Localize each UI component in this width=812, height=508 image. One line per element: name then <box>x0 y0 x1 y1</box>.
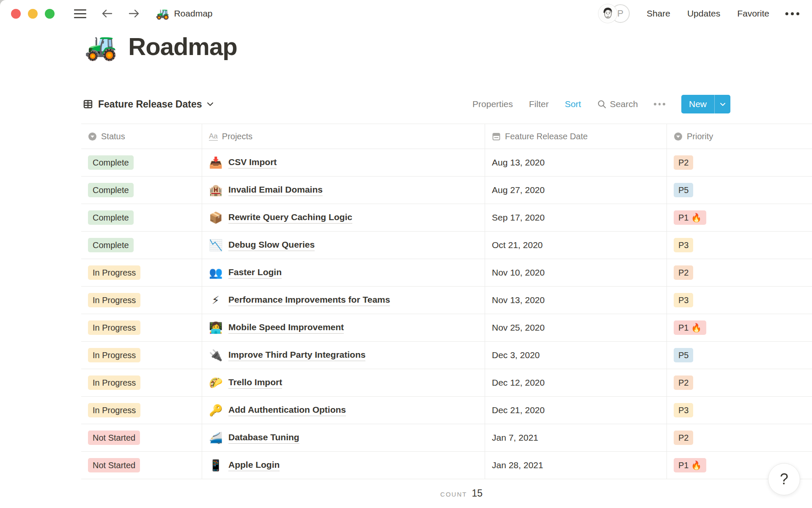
project-link[interactable]: Rewrite Query Caching Logic <box>228 212 352 224</box>
page-emoji[interactable]: 🚜 <box>85 33 117 60</box>
view-switcher[interactable]: Feature Release Dates <box>83 99 214 110</box>
date-cell[interactable]: Jan 7, 2021 <box>485 424 667 451</box>
status-badge[interactable]: Complete <box>88 238 134 252</box>
date-cell[interactable]: Nov 10, 2020 <box>485 259 667 286</box>
date-cell[interactable]: Dec 12, 2020 <box>485 369 667 396</box>
column-header-projects[interactable]: Aa Projects <box>202 124 485 149</box>
status-badge[interactable]: In Progress <box>88 320 140 335</box>
project-link[interactable]: Add Authentication Options <box>228 405 346 416</box>
date-cell[interactable]: Aug 27, 2020 <box>485 177 667 204</box>
date-cell[interactable]: Nov 25, 2020 <box>485 314 667 341</box>
status-cell[interactable]: In Progress <box>81 397 202 424</box>
date-cell[interactable]: Sep 17, 2020 <box>485 204 667 231</box>
priority-cell[interactable]: P3 <box>667 397 812 424</box>
count-calculation[interactable]: COUNT 15 <box>81 488 485 499</box>
status-cell[interactable]: Not Started <box>81 452 202 479</box>
priority-cell[interactable]: P5 <box>667 342 812 369</box>
minimize-window-button[interactable] <box>28 9 38 19</box>
filter-button[interactable]: Filter <box>529 99 549 109</box>
priority-cell[interactable]: P3 <box>667 287 812 314</box>
view-more-options-button[interactable] <box>654 103 665 105</box>
forward-button[interactable] <box>128 8 140 19</box>
properties-button[interactable]: Properties <box>472 99 513 109</box>
priority-badge[interactable]: P2 <box>674 155 693 170</box>
back-button[interactable] <box>101 8 113 19</box>
priority-cell[interactable]: P1 🔥 <box>667 204 812 231</box>
project-link[interactable]: Database Tuning <box>228 432 299 444</box>
search-button[interactable]: Search <box>597 99 638 109</box>
status-badge[interactable]: In Progress <box>88 348 140 362</box>
priority-cell[interactable]: P2 <box>667 149 812 176</box>
status-cell[interactable]: Complete <box>81 232 202 259</box>
project-link[interactable]: Apple Login <box>228 460 280 471</box>
priority-badge[interactable]: P5 <box>674 183 693 197</box>
date-cell[interactable]: Oct 21, 2020 <box>485 232 667 259</box>
date-cell[interactable]: Dec 21, 2020 <box>485 397 667 424</box>
status-badge[interactable]: Complete <box>88 210 134 225</box>
status-badge[interactable]: In Progress <box>88 265 140 280</box>
project-cell[interactable]: 🔑 Add Authentication Options <box>202 397 485 424</box>
project-link[interactable]: Performance Improvements for Teams <box>228 295 390 306</box>
new-record-button[interactable]: New <box>681 95 730 113</box>
priority-cell[interactable]: P2 <box>667 369 812 396</box>
share-button[interactable]: Share <box>647 8 670 19</box>
page-more-options-button[interactable] <box>785 12 799 15</box>
project-link[interactable]: Improve Third Party Integrations <box>228 350 365 361</box>
project-link[interactable]: Trello Import <box>228 377 282 389</box>
status-badge[interactable]: In Progress <box>88 403 140 417</box>
project-cell[interactable]: 🔌 Improve Third Party Integrations <box>202 342 485 369</box>
viewer-avatars[interactable]: P <box>598 4 630 23</box>
project-cell[interactable]: 👩‍💻 Mobile Speed Improvement <box>202 314 485 341</box>
project-cell[interactable]: ⚡ Performance Improvements for Teams <box>202 287 485 314</box>
project-cell[interactable]: 🌮 Trello Import <box>202 369 485 396</box>
status-badge[interactable]: Not Started <box>88 431 140 445</box>
project-link[interactable]: Debug Slow Queries <box>228 240 315 251</box>
breadcrumb[interactable]: 🚜 Roadmap <box>156 8 213 19</box>
project-link[interactable]: Faster Login <box>228 267 282 279</box>
status-cell[interactable]: Complete <box>81 149 202 176</box>
project-cell[interactable]: 📱 Apple Login <box>202 452 485 479</box>
priority-badge[interactable]: P5 <box>674 348 693 362</box>
priority-badge[interactable]: P2 <box>674 431 693 445</box>
priority-badge[interactable]: P2 <box>674 265 693 280</box>
sidebar-menu-button[interactable] <box>74 9 86 18</box>
status-cell[interactable]: Complete <box>81 177 202 204</box>
help-button[interactable]: ? <box>768 463 800 495</box>
date-cell[interactable]: Aug 13, 2020 <box>485 149 667 176</box>
page-title[interactable]: Roadmap <box>128 32 237 61</box>
priority-badge[interactable]: P1 🔥 <box>674 210 706 225</box>
status-badge[interactable]: Not Started <box>88 458 140 472</box>
status-cell[interactable]: Not Started <box>81 424 202 451</box>
date-cell[interactable]: Dec 3, 2020 <box>485 342 667 369</box>
priority-cell[interactable]: P5 <box>667 177 812 204</box>
priority-cell[interactable]: P2 <box>667 259 812 286</box>
status-cell[interactable]: In Progress <box>81 259 202 286</box>
favorite-button[interactable]: Favorite <box>737 8 769 19</box>
column-header-status[interactable]: Status <box>81 124 202 149</box>
priority-badge[interactable]: P1 🔥 <box>674 320 706 335</box>
project-cell[interactable]: 📥 CSV Import <box>202 149 485 176</box>
new-button-dropdown[interactable] <box>714 95 730 113</box>
priority-badge[interactable]: P3 <box>674 293 693 307</box>
priority-badge[interactable]: P1 🔥 <box>674 458 706 472</box>
sort-button[interactable]: Sort <box>565 99 581 109</box>
status-cell[interactable]: In Progress <box>81 314 202 341</box>
status-badge[interactable]: In Progress <box>88 375 140 390</box>
project-link[interactable]: Invalid Email Domains <box>228 185 323 196</box>
updates-button[interactable]: Updates <box>687 8 720 19</box>
project-cell[interactable]: 📉 Debug Slow Queries <box>202 232 485 259</box>
project-cell[interactable]: 🏨 Invalid Email Domains <box>202 177 485 204</box>
status-cell[interactable]: In Progress <box>81 287 202 314</box>
project-link[interactable]: CSV Import <box>228 157 277 168</box>
priority-cell[interactable]: P3 <box>667 232 812 259</box>
priority-badge[interactable]: P3 <box>674 403 693 417</box>
project-link[interactable]: Mobile Speed Improvement <box>228 322 344 334</box>
status-badge[interactable]: In Progress <box>88 293 140 307</box>
status-badge[interactable]: Complete <box>88 183 134 197</box>
zoom-window-button[interactable] <box>45 9 55 19</box>
priority-badge[interactable]: P3 <box>674 238 693 252</box>
status-cell[interactable]: Complete <box>81 204 202 231</box>
date-cell[interactable]: Jan 28, 2021 <box>485 452 667 479</box>
project-cell[interactable]: 🚄 Database Tuning <box>202 424 485 451</box>
column-header-feature-release-date[interactable]: Feature Release Date <box>485 124 667 149</box>
